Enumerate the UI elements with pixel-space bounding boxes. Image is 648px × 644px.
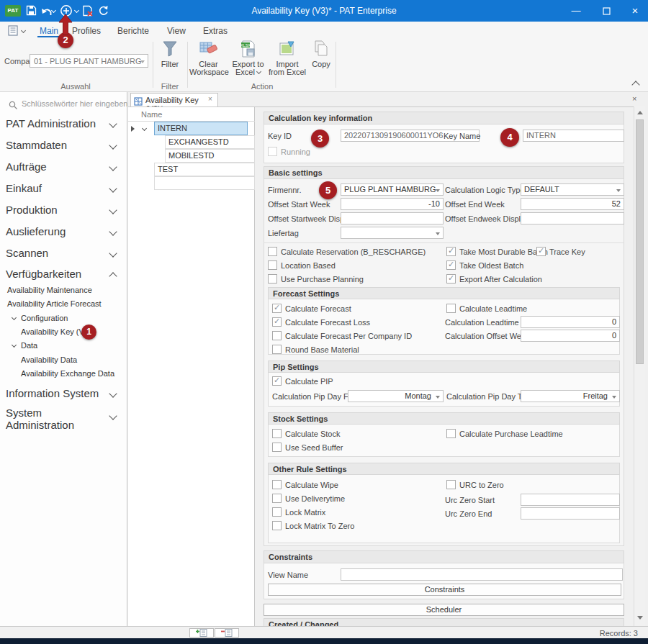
calculate-leadtime-checkbox[interactable]: Calculate Leadtime bbox=[446, 304, 527, 313]
tree-row-test[interactable]: TEST bbox=[154, 163, 255, 176]
urc-to-zero-checkbox[interactable]: URC to Zero bbox=[446, 480, 504, 489]
tab-main[interactable]: Main bbox=[40, 26, 58, 36]
copy-button[interactable]: Copy bbox=[308, 40, 334, 68]
use-deliverytime-checkbox[interactable]: Use Deliverytime bbox=[272, 494, 345, 503]
tab-extras[interactable]: Extras bbox=[203, 26, 228, 36]
pip-day-to-select[interactable]: Freitag bbox=[521, 390, 620, 402]
document-area-close-icon[interactable]: × bbox=[632, 94, 636, 103]
firmennr-label: Firmennr. bbox=[268, 186, 301, 194]
calc-logic-type-select[interactable]: DEFAULT bbox=[521, 183, 624, 196]
offset-start-week-field[interactable]: -10 bbox=[341, 198, 444, 210]
use-seed-buffer-checkbox[interactable]: Use Seed Buffer bbox=[272, 443, 343, 452]
add-row-button[interactable] bbox=[189, 628, 214, 638]
export-dropdown-icon bbox=[256, 69, 261, 74]
form-scrollbar[interactable] bbox=[634, 106, 645, 626]
take-oldest-batch-checkbox[interactable]: Take Oldest Batch bbox=[446, 260, 523, 270]
basic-settings-header: Basic settings bbox=[264, 166, 624, 179]
sidebar-item-configuration[interactable]: Configuration bbox=[21, 314, 68, 322]
lock-matrix-checkbox[interactable]: Lock Matrix bbox=[272, 507, 325, 517]
take-most-durable-batch-checkbox[interactable]: Take Most Durable Batch bbox=[446, 247, 548, 256]
urc-zero-start-field[interactable] bbox=[521, 494, 620, 506]
import-excel-icon bbox=[279, 40, 296, 58]
sidebar-item-scannen[interactable]: Scannen bbox=[6, 247, 48, 259]
tree-row-intern[interactable]: INTERN bbox=[154, 122, 248, 135]
filter-button[interactable]: Filter bbox=[154, 40, 186, 68]
location-based-checkbox[interactable]: Location Based bbox=[268, 260, 336, 270]
view-name-label: View Name bbox=[268, 571, 308, 579]
lock-matrix-to-zero-checkbox[interactable]: Lock Matrix To Zero bbox=[272, 521, 354, 530]
calculate-forecast-loss-checkbox[interactable]: Calculate Forecast Loss bbox=[272, 317, 370, 327]
calculate-pip-checkbox[interactable]: Calculate PIP bbox=[272, 376, 333, 386]
tree-row-empty[interactable] bbox=[154, 176, 255, 190]
annotation-badge-5: 5 bbox=[319, 181, 337, 199]
tab-view[interactable]: View bbox=[167, 26, 186, 36]
offset-endweek-display-field[interactable] bbox=[521, 212, 624, 225]
sidebar-item-produktion[interactable]: Produktion bbox=[6, 204, 58, 216]
trace-key-checkbox[interactable]: Trace Key bbox=[536, 247, 585, 256]
app-menu-dropdown-icon[interactable] bbox=[21, 28, 26, 33]
sidebar-item-verfuegbarkeiten[interactable]: Verfügbarkeiten bbox=[6, 268, 81, 280]
sidebar-item-auftraege[interactable]: Aufträge bbox=[6, 160, 47, 173]
liefertag-select[interactable] bbox=[341, 227, 444, 239]
clear-workspace-icon bbox=[199, 40, 218, 58]
sidebar-search-input[interactable]: Schlüsselwörter hier eingeben bbox=[22, 99, 127, 108]
firmennr-select[interactable]: PLUG PLANT HAMBURG bbox=[341, 183, 444, 196]
sidebar-item-system-administration[interactable]: System Administration bbox=[6, 407, 91, 431]
sidebar-item-auslieferung[interactable]: Auslieferung bbox=[6, 225, 66, 237]
calculate-reservation-checkbox[interactable]: Calculate Reservation (B_RESCHARGE) bbox=[268, 247, 426, 256]
calculate-forecast-checkbox[interactable]: Calculate Forecast bbox=[272, 304, 351, 313]
annotation-badge-4: 4 bbox=[500, 128, 519, 147]
tab-profiles[interactable]: Profiles bbox=[72, 26, 101, 36]
close-button[interactable]: × bbox=[622, 0, 648, 22]
annotation-badge-1: 1 bbox=[81, 325, 96, 340]
clear-workspace-button[interactable]: Clear Workspace bbox=[189, 40, 228, 76]
calculate-forecast-per-company-checkbox[interactable]: Calculate Forecast Per Company ID bbox=[272, 331, 412, 340]
maximize-button[interactable] bbox=[593, 0, 619, 22]
scheduler-button[interactable]: Scheduler bbox=[264, 604, 624, 616]
sidebar-item-availability-key-v3[interactable]: Availability Key (V3) bbox=[21, 327, 91, 336]
tree-column-header[interactable]: Name bbox=[141, 110, 162, 119]
tab-close-icon[interactable]: × bbox=[208, 95, 212, 103]
key-name-field[interactable]: INTERN bbox=[523, 130, 624, 142]
use-purchase-planning-checkbox[interactable]: Use Purchase Planning bbox=[268, 274, 364, 284]
remove-row-button[interactable] bbox=[215, 628, 239, 638]
calculation-offset-week-field[interactable]: 0 bbox=[521, 330, 620, 342]
round-base-material-checkbox[interactable]: Round Base Material bbox=[272, 345, 359, 354]
calculate-stock-checkbox[interactable]: Calculate Stock bbox=[272, 429, 340, 438]
company-select[interactable]: 01 - PLUG PLANT HAMBURG bbox=[30, 54, 148, 68]
urc-zero-end-field[interactable] bbox=[521, 507, 620, 520]
constraints-button[interactable]: Constraints bbox=[268, 584, 621, 596]
app-menu-icon[interactable] bbox=[8, 25, 19, 39]
export-after-calculation-checkbox[interactable]: Export After Calculation bbox=[446, 274, 542, 284]
offset-end-week-field[interactable]: 52 bbox=[521, 198, 624, 210]
calculate-purchase-leadtime-checkbox[interactable]: Calculate Purchase Leadtime bbox=[446, 429, 563, 438]
forecast-settings-header: Forecast Settings bbox=[268, 287, 620, 299]
export-to-excel-button[interactable]: XLSX Export to Excel bbox=[229, 40, 267, 76]
sidebar-item-stammdaten[interactable]: Stammdaten bbox=[6, 139, 67, 151]
sidebar-item-einkauf[interactable]: Einkauf bbox=[6, 182, 42, 194]
sidebar-item-pat-administration[interactable]: PAT Administration bbox=[6, 117, 96, 130]
sidebar-item-availability-data[interactable]: Availability Data bbox=[21, 355, 77, 364]
document-tab[interactable]: Availability Key (V3)* × bbox=[130, 93, 218, 106]
calculate-wipe-checkbox[interactable]: Calculate Wipe bbox=[272, 480, 338, 489]
import-from-excel-button[interactable]: Import from Excel bbox=[269, 40, 306, 76]
chevron-down-icon bbox=[109, 206, 117, 214]
sidebar-item-availability-exchange-data[interactable]: Availability Exchange Data bbox=[21, 369, 114, 378]
sidebar-item-information-system[interactable]: Information System bbox=[6, 387, 99, 399]
minimize-button[interactable]: — bbox=[563, 0, 589, 22]
tree-expander-icon[interactable] bbox=[142, 126, 147, 131]
view-name-field[interactable] bbox=[341, 568, 623, 581]
calculation-leadtime-days-field[interactable]: 0 bbox=[521, 316, 620, 328]
tree-row-mobilestd[interactable]: MOBILESTD bbox=[165, 149, 255, 163]
chevron-down-icon bbox=[109, 184, 117, 192]
tab-berichte[interactable]: Berichte bbox=[117, 26, 149, 36]
calc-info-header: Calculation key information bbox=[264, 112, 624, 124]
sidebar-item-availability-maintenance[interactable]: Availability Maintenance bbox=[7, 286, 92, 294]
offset-startweek-display-field[interactable] bbox=[341, 212, 444, 225]
chevron-down-icon bbox=[436, 189, 440, 192]
sidebar-item-availability-article-forecast[interactable]: Availability Article Forecast bbox=[7, 299, 102, 308]
running-checkbox[interactable]: Running bbox=[268, 147, 310, 156]
tree-row-exchangestd[interactable]: EXCHANGESTD bbox=[165, 135, 255, 149]
pip-day-from-select[interactable]: Montag bbox=[348, 390, 444, 402]
sidebar-item-data[interactable]: Data bbox=[21, 341, 37, 350]
